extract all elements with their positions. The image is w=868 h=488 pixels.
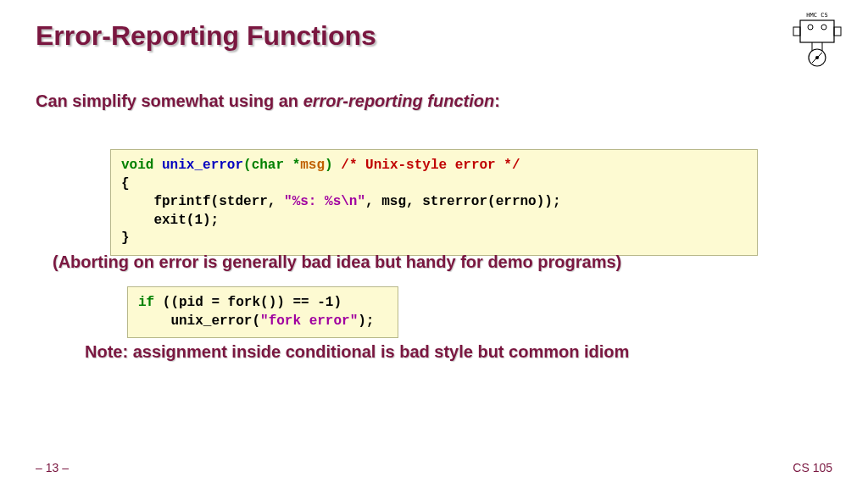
svg-line-11	[812, 58, 817, 63]
code-keyword: if	[138, 295, 154, 310]
code-text	[333, 158, 342, 173]
code-block-1: void unix_error(char *msg) /* Unix-style…	[110, 149, 758, 256]
code-text: exit(1);	[121, 213, 219, 228]
code-type: char	[252, 158, 284, 173]
code-brace: {	[121, 176, 130, 191]
svg-line-10	[817, 53, 822, 58]
code-text: fprintf(stderr,	[121, 194, 284, 209]
code-text	[153, 158, 162, 173]
code-text: unix_error(	[138, 313, 260, 329]
code-string: "fork error"	[260, 313, 358, 329]
code-text: *	[284, 158, 300, 173]
course-label: CS 105	[793, 461, 832, 474]
code-func: unix_error	[162, 158, 243, 173]
svg-rect-1	[800, 20, 834, 42]
slide-number: – 13 –	[36, 461, 69, 474]
code-brace: }	[121, 230, 130, 246]
code-text: );	[358, 313, 374, 329]
code-keyword: void	[121, 158, 153, 173]
intro-lead: Can simplify somewhat using an	[36, 92, 303, 110]
intro-emph: error-reporting function	[303, 92, 495, 110]
code-string: "%s: %s\n"	[284, 194, 365, 209]
note-1: (Aborting on error is generally bad idea…	[53, 252, 621, 272]
intro-text: Can simplify somewhat using an error-rep…	[36, 92, 500, 111]
svg-rect-4	[793, 27, 800, 36]
code-text: , msg, strerror(errno));	[365, 194, 560, 209]
intro-tail: :	[494, 92, 500, 110]
svg-rect-5	[834, 27, 841, 36]
hmc-cs-logo-icon: HMC CS	[792, 8, 843, 68]
code-paren: )	[325, 158, 333, 173]
code-block-2: if ((pid = fork()) == -1) unix_error("fo…	[127, 286, 398, 338]
code-comment: /* Unix-style error */	[341, 158, 520, 173]
slide-title: Error-Reporting Functions	[36, 20, 376, 52]
svg-point-3	[821, 25, 826, 30]
code-param: msg	[300, 158, 325, 173]
svg-point-2	[808, 25, 813, 30]
code-text: ((pid = fork()) == -1)	[154, 295, 342, 310]
code-paren: (	[243, 158, 252, 173]
note-2: Note: assignment inside conditional is b…	[85, 342, 629, 362]
svg-text:HMC CS: HMC CS	[806, 12, 827, 19]
